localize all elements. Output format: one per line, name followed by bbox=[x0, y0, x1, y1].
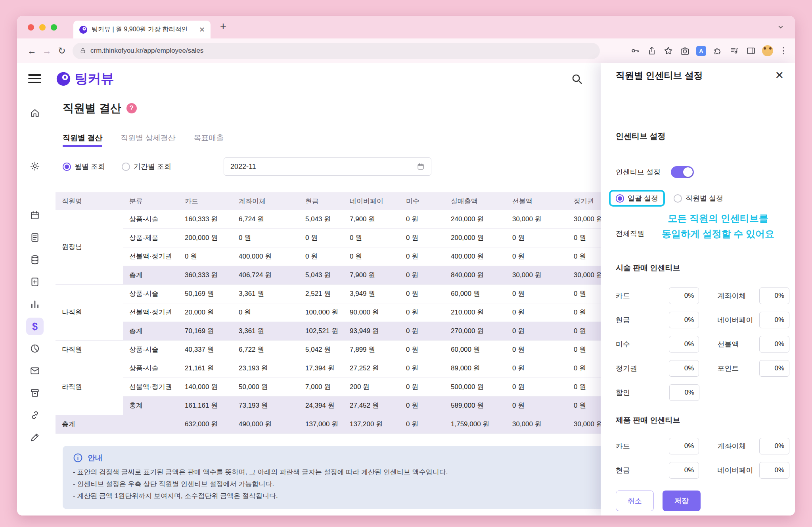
sidebar-item-home[interactable] bbox=[26, 104, 44, 122]
sidebar-item-messages[interactable] bbox=[26, 362, 44, 379]
back-icon[interactable]: ← bbox=[24, 46, 39, 56]
sidebar-item-archive[interactable] bbox=[26, 384, 44, 402]
period-radio[interactable]: 기간별 조회 bbox=[122, 162, 171, 171]
browser-tab[interactable]: 팅커뷰 | 월 9,900원 가장 합리적인 ✕ bbox=[73, 21, 211, 38]
sidebar-item-links[interactable] bbox=[26, 406, 44, 424]
treatment-prepaid-rate-input[interactable] bbox=[759, 336, 789, 353]
table-cell: 0 원 bbox=[506, 396, 567, 415]
sidebar-item-marketing[interactable] bbox=[26, 429, 44, 446]
field-label: 미수 bbox=[616, 339, 669, 349]
close-window-button[interactable] bbox=[28, 24, 34, 31]
table-cell: 0 원 bbox=[343, 247, 400, 266]
bulk-setting-radio[interactable]: 일괄 설정 bbox=[609, 190, 665, 207]
table-cell: 7,900 원 bbox=[343, 210, 400, 228]
browser-menu-icon[interactable]: ⋮ bbox=[779, 46, 788, 56]
table-header-cell: 미수 bbox=[400, 192, 444, 210]
product-transfer-rate-input[interactable] bbox=[759, 438, 789, 454]
individual-setting-radio[interactable]: 직원별 설정 bbox=[674, 194, 723, 203]
table-cell: 30,000 원 bbox=[506, 210, 567, 228]
bookmark-star-icon[interactable] bbox=[663, 46, 674, 56]
sidebar-item-settings[interactable] bbox=[26, 157, 44, 175]
table-cell: 0 원 bbox=[400, 359, 444, 378]
search-icon[interactable] bbox=[571, 73, 583, 86]
treatment-receivable-rate-input[interactable] bbox=[669, 336, 699, 353]
help-icon[interactable]: ? bbox=[126, 103, 137, 113]
tab-search-chevron-icon[interactable] bbox=[777, 23, 785, 33]
sidebar-item-sales[interactable]: $ bbox=[26, 318, 44, 335]
table-cell: 0 원 bbox=[400, 415, 444, 433]
product-incentive-title: 제품 판매 인센티브 bbox=[616, 415, 789, 425]
table-cell: 360,333 원 bbox=[178, 266, 232, 284]
reload-icon[interactable]: ↻ bbox=[54, 46, 69, 56]
sidebar-item-statistics[interactable] bbox=[26, 295, 44, 313]
treatment-discount-rate-input[interactable] bbox=[669, 384, 699, 401]
close-icon[interactable]: ✕ bbox=[775, 70, 784, 81]
translate-icon[interactable]: A bbox=[696, 46, 706, 56]
logo-mark-icon bbox=[56, 72, 71, 86]
cancel-button[interactable]: 취소 bbox=[616, 491, 654, 511]
product-card-rate-input[interactable] bbox=[669, 438, 699, 454]
sidebar-item-documents[interactable] bbox=[26, 229, 44, 246]
treatment-transfer-rate-input[interactable] bbox=[759, 287, 789, 304]
table-cell: 0 원 bbox=[400, 228, 444, 247]
extensions-puzzle-icon[interactable] bbox=[712, 46, 723, 56]
period-radio-label: 기간별 조회 bbox=[134, 162, 171, 171]
sidebar-item-calendar[interactable] bbox=[26, 207, 44, 224]
app-logo[interactable]: 팅커뷰 bbox=[56, 70, 114, 88]
password-key-icon[interactable] bbox=[630, 46, 640, 56]
field-label: 현금 bbox=[616, 315, 669, 325]
share-icon[interactable] bbox=[646, 46, 657, 56]
desktop: 팅커뷰 | 월 9,900원 가장 합리적인 ✕ + ← → ↻ crm.thi… bbox=[0, 0, 812, 527]
table-cell: 5,043 원 bbox=[299, 266, 343, 284]
forward-icon[interactable]: → bbox=[39, 46, 54, 56]
month-picker-input[interactable]: 2022-11 bbox=[224, 157, 431, 176]
table-cell: 30,000 원 bbox=[506, 415, 567, 433]
incentive-toggle-label: 인센티브 설정 bbox=[616, 167, 661, 177]
minimize-window-button[interactable] bbox=[39, 24, 46, 31]
table-cell: 27,252 원 bbox=[343, 359, 400, 378]
radio-dot-icon bbox=[122, 163, 130, 171]
playlist-icon[interactable] bbox=[729, 46, 739, 56]
tab-close-icon[interactable]: ✕ bbox=[199, 26, 205, 33]
field-label: 카드 bbox=[616, 441, 669, 451]
bulk-setting-label: 일괄 설정 bbox=[628, 194, 658, 203]
treatment-naverpay-rate-input[interactable] bbox=[759, 312, 789, 328]
dollar-icon: $ bbox=[32, 321, 38, 332]
tab-employee-settlement[interactable]: 직원별 결산 bbox=[63, 129, 102, 147]
treatment-card-rate-input[interactable] bbox=[669, 287, 699, 304]
incentive-toggle[interactable] bbox=[671, 166, 694, 178]
product-cash-rate-input[interactable] bbox=[669, 462, 699, 479]
tab-target-sales[interactable]: 목표매출 bbox=[194, 129, 224, 147]
zoom-window-button[interactable] bbox=[51, 24, 57, 31]
treatment-pass-rate-input[interactable] bbox=[669, 360, 699, 377]
new-tab-button[interactable]: + bbox=[220, 21, 226, 32]
url-bar[interactable]: crm.thinkofyou.kr/app/employee/sales bbox=[73, 43, 600, 59]
annotation-line: 모든 직원의 인센티브를 bbox=[647, 211, 789, 226]
table-cell: 0 원 bbox=[506, 322, 567, 340]
table-cell: 3,361 원 bbox=[232, 322, 299, 340]
table-cell: 30,000 원 bbox=[506, 266, 567, 284]
notice-title: 안내 bbox=[88, 453, 103, 463]
page-title: 직원별 결산 bbox=[63, 101, 121, 116]
table-cell: 400,000 원 bbox=[444, 247, 506, 266]
camera-icon[interactable] bbox=[680, 46, 690, 56]
side-panel-icon[interactable] bbox=[745, 46, 756, 56]
table-cell: 50,000 원 bbox=[232, 378, 299, 396]
treatment-point-rate-input[interactable] bbox=[759, 360, 789, 377]
sidebar-item-database[interactable] bbox=[26, 251, 44, 268]
table-cell: 200,000 원 bbox=[444, 228, 506, 247]
hamburger-menu-icon[interactable] bbox=[28, 74, 41, 83]
table-cell: 5,042 원 bbox=[299, 340, 343, 359]
sidebar-item-new-document[interactable] bbox=[26, 273, 44, 291]
table-cell: 0 원 bbox=[506, 284, 567, 303]
monthly-radio[interactable]: 월별 조회 bbox=[63, 162, 105, 171]
table-header-cell: 직원명 bbox=[56, 192, 123, 210]
save-button[interactable]: 저장 bbox=[663, 491, 701, 511]
sidebar-item-reports[interactable] bbox=[26, 340, 44, 357]
radio-dot-icon bbox=[616, 194, 624, 203]
profile-avatar[interactable] bbox=[762, 45, 773, 56]
product-naverpay-rate-input[interactable] bbox=[759, 462, 789, 479]
treatment-cash-rate-input[interactable] bbox=[669, 312, 699, 328]
tab-employee-detail-settlement[interactable]: 직원별 상세결산 bbox=[121, 129, 175, 147]
radio-dot-icon bbox=[674, 194, 682, 203]
